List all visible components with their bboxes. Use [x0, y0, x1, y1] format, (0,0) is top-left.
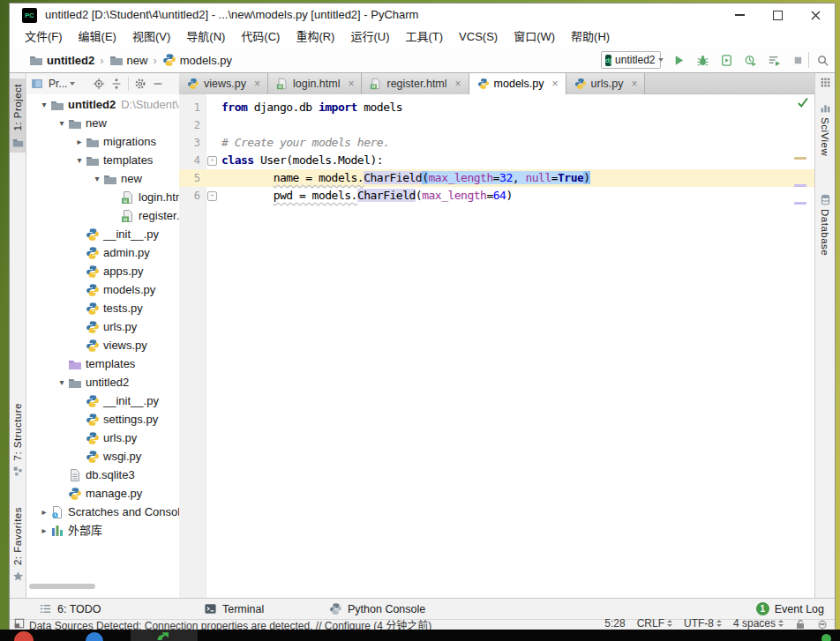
- tree-item-register.html[interactable]: Hregister.html: [27, 206, 179, 225]
- tab-close-icon[interactable]: ×: [455, 78, 461, 89]
- tree-item-Scratches and Consoles[interactable]: ▸Scratches and Consoles: [27, 503, 179, 521]
- menu-item-5[interactable]: 重构(R): [288, 26, 342, 48]
- toolwindow-toggle-icon[interactable]: [14, 618, 25, 629]
- maximize-button[interactable]: [759, 4, 797, 26]
- tree-item-migrations[interactable]: ▸migrations: [27, 132, 179, 151]
- tab-close-icon[interactable]: ×: [254, 78, 260, 89]
- tree-item-models.py[interactable]: models.py: [27, 280, 179, 299]
- analysis-stripe-mark[interactable]: [794, 184, 806, 187]
- tab-close-icon[interactable]: ×: [348, 78, 354, 89]
- tool-stripe-favorites[interactable]: 2: Favorites: [10, 503, 26, 585]
- editor-tab-urls.py[interactable]: urls.py×: [566, 73, 646, 94]
- tree-item-new[interactable]: ▾new: [27, 169, 179, 188]
- taskbar-app-red-icon[interactable]: [14, 631, 34, 641]
- editor-tab-register.html[interactable]: Hregister.html×: [362, 73, 469, 94]
- run-with-configuration-button[interactable]: [763, 50, 784, 70]
- editor-tab-login.html[interactable]: Hlogin.html×: [268, 73, 363, 94]
- event-log-button[interactable]: 1 Event Log: [756, 599, 824, 619]
- tool-stripe-structure[interactable]: 7: Structure: [10, 399, 26, 480]
- inspection-ok-icon[interactable]: [797, 96, 809, 108]
- tab-options-button[interactable]: [815, 76, 835, 87]
- code-line-3[interactable]: # Create your models here.: [221, 134, 390, 152]
- chevron-down-icon[interactable]: ▾: [56, 114, 68, 132]
- breadcrumb-item-untitled2[interactable]: untitled2: [29, 53, 94, 67]
- chevron-down-icon[interactable]: ▾: [56, 373, 68, 391]
- encoding-widget[interactable]: UTF-8: [684, 617, 722, 630]
- fold-marker[interactable]: -: [207, 156, 217, 166]
- code-editor[interactable]: 1from django.db import models23# Create …: [179, 94, 814, 598]
- breadcrumb-item-new[interactable]: new: [109, 53, 148, 67]
- editor-tab-models.py[interactable]: models.py×: [469, 73, 566, 94]
- tree-item-tests.py[interactable]: tests.py: [27, 299, 179, 317]
- menu-item-9[interactable]: 窗口(W): [506, 26, 563, 48]
- python-console-toolwindow-button[interactable]: Python Console: [329, 599, 425, 619]
- hide-panel-button[interactable]: [152, 78, 164, 90]
- code-line-1[interactable]: from django.db import models: [221, 99, 402, 116]
- tree-item-templates[interactable]: ▾templates: [27, 151, 179, 169]
- chevron-right-icon[interactable]: ▸: [73, 132, 86, 151]
- taskbar-app-blue-icon[interactable]: [86, 632, 103, 641]
- menu-item-1[interactable]: 编辑(E): [71, 26, 124, 48]
- menu-item-10[interactable]: 帮助(H): [563, 26, 618, 48]
- analysis-stripe-mark[interactable]: [794, 202, 806, 205]
- tool-stripe-database[interactable]: Database: [815, 190, 835, 259]
- collapse-all-button[interactable]: [110, 78, 123, 90]
- tree-item-manage.py[interactable]: manage.py: [27, 484, 179, 503]
- tool-stripe-sciview[interactable]: SciView: [815, 98, 835, 160]
- run-button[interactable]: [668, 50, 689, 70]
- fold-marker[interactable]: -: [207, 191, 217, 201]
- breadcrumb-item-models.py[interactable]: models.py: [162, 53, 232, 67]
- project-view-selector[interactable]: Pr...: [49, 78, 75, 90]
- debug-button[interactable]: [692, 50, 713, 70]
- tree-item-settings.py[interactable]: settings.py: [27, 410, 179, 429]
- chevron-down-icon[interactable]: ▾: [91, 169, 103, 188]
- lock-icon[interactable]: [795, 619, 806, 630]
- close-button[interactable]: [797, 4, 835, 26]
- tree-item-urls.py[interactable]: urls.py: [27, 317, 179, 336]
- todo-toolwindow-button[interactable]: 6: TODO: [39, 599, 101, 619]
- tree-item-untitled2[interactable]: ▾untitled2D:\Student\4\untitled2: [27, 95, 179, 114]
- profiler-button[interactable]: [739, 50, 761, 70]
- chevron-right-icon[interactable]: ▸: [38, 503, 50, 521]
- tree-item-templates[interactable]: templates: [27, 354, 179, 373]
- terminal-toolwindow-button[interactable]: Terminal: [204, 599, 264, 619]
- tree-item-外部库[interactable]: ▸外部库: [27, 521, 179, 540]
- tab-close-icon[interactable]: ×: [631, 78, 637, 89]
- caret-position-widget[interactable]: 5:28: [604, 617, 625, 630]
- taskbar-tray-green-icon[interactable]: [821, 634, 831, 641]
- tree-item-apps.py[interactable]: apps.py: [27, 262, 179, 280]
- menu-item-6[interactable]: 运行(U): [342, 26, 397, 48]
- locate-file-button[interactable]: [93, 78, 105, 90]
- tree-item-urls.py[interactable]: urls.py: [27, 429, 179, 447]
- tree-item-views.py[interactable]: views.py: [27, 336, 179, 354]
- run-with-coverage-button[interactable]: [716, 50, 737, 70]
- code-line-4[interactable]: class User(models.Model):: [221, 152, 383, 169]
- line-ending-widget[interactable]: CRLF: [637, 617, 672, 630]
- stop-button[interactable]: [787, 50, 808, 70]
- tree-item-new[interactable]: ▾new: [27, 114, 179, 132]
- minimize-button[interactable]: [721, 4, 759, 26]
- tree-item-wsgi.py[interactable]: wsgi.py: [27, 447, 179, 466]
- tree-item-admin.py[interactable]: admin.py: [27, 243, 179, 262]
- tree-item-db.sqlite3[interactable]: db.sqlite3: [27, 466, 179, 484]
- code-line-6[interactable]: pwd = models.CharField(max_length=64): [221, 187, 513, 205]
- tab-close-icon[interactable]: ×: [552, 78, 559, 89]
- editor-tab-views.py[interactable]: views.py×: [179, 73, 268, 94]
- tool-stripe-project[interactable]: 1: Project: [10, 78, 26, 153]
- tree-item-login.html[interactable]: Hlogin.html: [27, 188, 179, 206]
- menu-item-3[interactable]: 导航(N): [178, 26, 233, 48]
- tree-item-untitled2[interactable]: ▾untitled2: [27, 373, 179, 391]
- horizontal-scrollbar[interactable]: [29, 584, 95, 589]
- inspections-hector-icon[interactable]: [817, 619, 828, 630]
- menu-item-7[interactable]: 工具(T): [397, 26, 451, 48]
- chevron-right-icon[interactable]: ▸: [38, 521, 50, 540]
- taskbar-app-active[interactable]: [131, 630, 198, 641]
- indent-widget[interactable]: 4 spaces: [733, 617, 784, 630]
- menu-item-8[interactable]: VCS(S): [451, 26, 506, 48]
- analysis-stripe-mark[interactable]: [794, 157, 806, 160]
- settings-gear-button[interactable]: [134, 78, 146, 90]
- code-line-5[interactable]: name = models.CharField(max_length=32, n…: [221, 169, 590, 187]
- chevron-down-icon[interactable]: ▾: [38, 95, 50, 114]
- chevron-down-icon[interactable]: ▾: [73, 151, 86, 169]
- menu-item-2[interactable]: 视图(V): [124, 26, 178, 48]
